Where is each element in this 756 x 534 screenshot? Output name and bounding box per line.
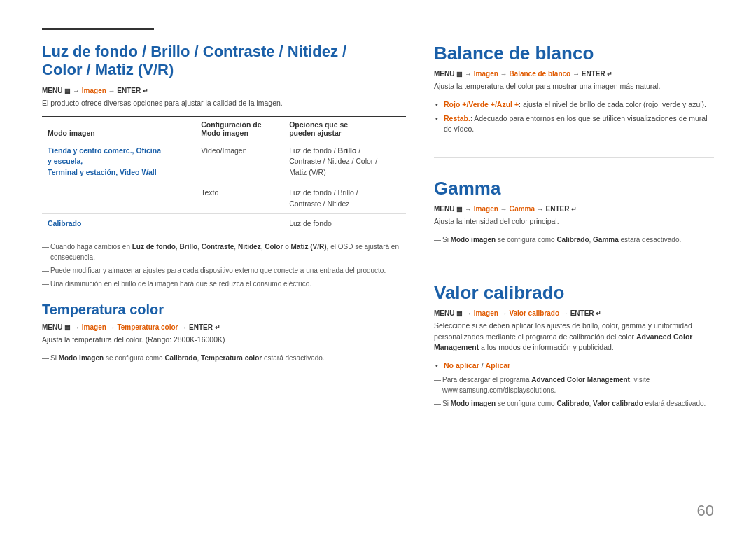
top-rule [42, 28, 714, 30]
page-number: 60 [697, 502, 714, 520]
row2-col2: Texto [195, 183, 284, 214]
page: Luz de fondo / Brillo / Contraste / Niti… [0, 0, 756, 534]
main-title: Luz de fondo / Brillo / Contraste / Niti… [42, 43, 406, 80]
main-menu-path: MENU ▦ → Imagen → ENTER ↵ [42, 87, 406, 94]
note-item: Puede modificar y almacenar ajustes para… [42, 265, 406, 276]
temperatura-menu-path: MENU ▦ → Imagen → Temperatura color → EN… [42, 323, 406, 331]
valor-calibrado-note2: Si Modo imagen se configura como Calibra… [434, 398, 714, 409]
table-row: Texto Luz de fondo / Brillo /Contraste /… [42, 183, 406, 214]
two-column-layout: Luz de fondo / Brillo / Contraste / Niti… [42, 43, 714, 506]
col-header-modo: Modo imagen [42, 116, 195, 141]
table-row: Calibrado Luz de fondo [42, 214, 406, 234]
rule-light [154, 29, 714, 29]
main-notes: Cuando haga cambios en Luz de fondo, Bri… [42, 241, 406, 289]
row3-col2 [195, 214, 284, 234]
temperatura-desc: Ajusta la temperatura del color. (Rango:… [42, 335, 406, 346]
settings-table: Modo imagen Configuración deModo imagen … [42, 116, 406, 235]
balance-bullet-2: Restab.: Adecuado para entornos en los q… [434, 113, 714, 136]
note-item: Una disminución en el brillo de la image… [42, 279, 406, 289]
col-header-config: Configuración deModo imagen [195, 116, 284, 141]
balance-blanco-desc: Ajusta la temperatura del color para mos… [434, 81, 714, 92]
row1-col2: Vídeo/Imagen [195, 141, 284, 183]
intro-text: El producto ofrece diversas opciones par… [42, 98, 406, 109]
row3-col1: Calibrado [42, 214, 195, 234]
gamma-note: Si Modo imagen se configura como Calibra… [434, 234, 714, 245]
gamma-section: Gamma MENU ▦ → Imagen → Gamma → ENTER ↵ … [434, 178, 714, 262]
temperatura-section: Temperatura color MENU ▦ → Imagen → Temp… [42, 302, 406, 363]
temperatura-note: Si Modo imagen se configura como Calibra… [42, 353, 406, 363]
right-column: Balance de blanco MENU ▦ → Imagen → Bala… [434, 43, 714, 506]
valor-calibrado-title: Valor calibrado [434, 282, 714, 304]
balance-blanco-section: Balance de blanco MENU ▦ → Imagen → Bala… [434, 43, 714, 158]
row1-col1: Tienda y centro comerc., Oficinay escuel… [42, 141, 195, 183]
valor-calibrado-bullet: No aplicar / Aplicar [434, 360, 714, 372]
rule-dark [42, 28, 154, 30]
balance-blanco-title: Balance de blanco [434, 43, 714, 64]
table-row: Tienda y centro comerc., Oficinay escuel… [42, 141, 406, 183]
note-item: Cuando haga cambios en Luz de fondo, Bri… [42, 241, 406, 262]
row1-col3: Luz de fondo / Brillo /Contraste / Nitid… [284, 141, 406, 183]
gamma-menu-path: MENU ▦ → Imagen → Gamma → ENTER ↵ [434, 205, 714, 213]
row3-col3: Luz de fondo [284, 214, 406, 234]
balance-bullet-1: Rojo +/Verde +/Azul +: ajusta el nivel d… [434, 99, 714, 111]
left-column: Luz de fondo / Brillo / Contraste / Niti… [42, 43, 406, 506]
valor-calibrado-desc: Seleccione si se deben aplicar los ajust… [434, 321, 714, 353]
balance-blanco-menu-path: MENU ▦ → Imagen → Balance de blanco → EN… [434, 70, 714, 78]
row2-col3: Luz de fondo / Brillo /Contraste / Nitid… [284, 183, 406, 214]
title-line2: Color / Matiz (V/R) [42, 61, 174, 78]
valor-calibrado-section: Valor calibrado MENU ▦ → Imagen → Valor … [434, 282, 714, 409]
temperatura-title: Temperatura color [42, 302, 406, 318]
title-line1: Luz de fondo / Brillo / Contraste / Niti… [42, 43, 346, 60]
gamma-desc: Ajusta la intensidad del color principal… [434, 216, 714, 227]
valor-calibrado-menu-path: MENU ▦ → Imagen → Valor calibrado → ENTE… [434, 309, 714, 317]
gamma-title: Gamma [434, 178, 714, 199]
valor-calibrado-note1: Para descargar el programa Advanced Colo… [434, 374, 714, 395]
col-header-opciones: Opciones que sepueden ajustar [284, 116, 406, 141]
row2-col1 [42, 183, 195, 214]
